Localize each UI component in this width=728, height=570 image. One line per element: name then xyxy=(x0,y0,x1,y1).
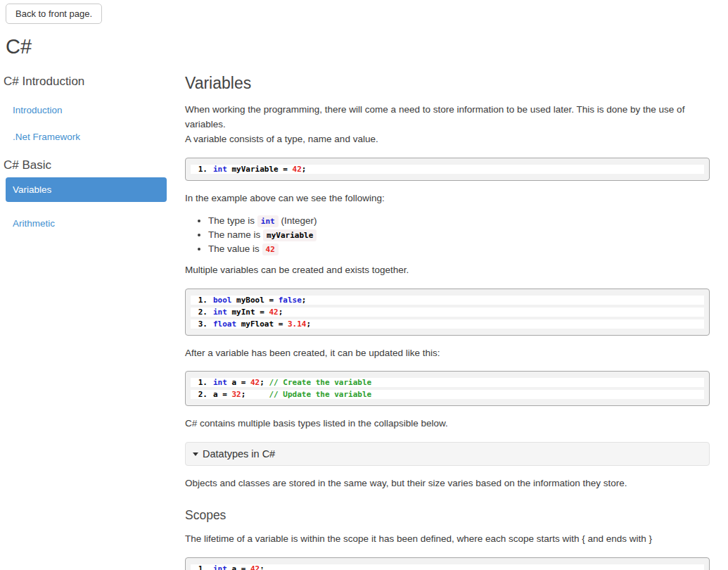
list-item: The type is int (Integer) xyxy=(208,215,710,226)
line-number: 2. xyxy=(191,390,207,399)
inline-code: 42 xyxy=(262,243,279,255)
list-item: The name is myVariable xyxy=(208,229,710,240)
line-number: 1. xyxy=(191,165,207,174)
inline-code: myVariable xyxy=(263,229,317,241)
sidebar-item-variables[interactable]: Variables xyxy=(6,177,167,202)
code-line: 1.bool myBool = false; xyxy=(191,296,704,305)
line-number: 1. xyxy=(191,296,207,305)
list-item-text: (Integer) xyxy=(279,215,317,226)
collapsible-label: Datatypes in C# xyxy=(203,448,275,460)
code-line-content: int a = 42; xyxy=(213,564,704,570)
scopes-paragraph: The lifetime of a variable is within the… xyxy=(185,532,710,547)
collapsible-intro-paragraph: C# contains multiple basis types listed … xyxy=(185,417,710,431)
code-line: 1.int a = 42; // Create the variable xyxy=(191,378,704,387)
list-item-text: The name is xyxy=(208,229,263,240)
topbar: Back to front page. xyxy=(0,0,728,24)
update-paragraph: After a variable has been created, it ca… xyxy=(185,346,710,361)
list-item-text: The value is xyxy=(208,243,262,254)
code-line-content: a = 32; // Update the variable xyxy=(213,390,704,399)
multiple-variables-paragraph: Multiple variables can be created and ex… xyxy=(185,263,710,278)
code-line: 1.int myVariable = 42; xyxy=(191,165,704,174)
sidebar-item-arithmetic[interactable]: Arithmetic xyxy=(13,218,167,229)
objects-paragraph: Objects and classes are stored in the sa… xyxy=(185,476,710,491)
code-line-content: int a = 42; // Create the variable xyxy=(213,378,704,387)
code-line: 2.int myInt = 42; xyxy=(191,308,704,317)
sidebar-heading-c-introduction: C# Introduction xyxy=(4,75,167,89)
intro-line-1: When working the programming, there will… xyxy=(185,104,684,129)
datatypes-collapsible[interactable]: Datatypes in C# xyxy=(185,442,710,466)
code-block-update: 1.int a = 42; // Create the variable2.a … xyxy=(185,371,710,406)
line-number: 1. xyxy=(191,564,207,570)
intro-paragraph: When working the programming, there will… xyxy=(185,103,710,147)
code-block-declaration: 1.int myVariable = 42; xyxy=(185,158,710,181)
code-line: 2.a = 32; // Update the variable xyxy=(191,390,704,399)
line-number: 1. xyxy=(191,378,207,387)
code-line-content: bool myBool = false; xyxy=(213,296,704,305)
sidebar-heading-c-basic: C# Basic xyxy=(4,158,167,172)
line-number: 3. xyxy=(191,319,207,329)
section-title-scopes: Scopes xyxy=(185,508,710,523)
code-line-content: float myFloat = 3.14; xyxy=(213,319,704,329)
inline-code: int xyxy=(257,215,279,227)
caret-down-icon xyxy=(193,452,198,456)
code-line: 1.int a = 42; xyxy=(191,564,704,570)
sidebar-item-net-framework[interactable]: .Net Framework xyxy=(13,132,167,142)
main-content: Variables When working the programming, … xyxy=(185,68,710,570)
code-line-content: int myVariable = 42; xyxy=(213,165,704,174)
sidebar: C# IntroductionIntroduction.Net Framewor… xyxy=(0,68,167,245)
code-line-content: int myInt = 42; xyxy=(213,308,704,317)
line-number: 2. xyxy=(191,308,207,317)
layout: C# IntroductionIntroduction.Net Framewor… xyxy=(0,68,728,570)
code-block-scopes: 1.int a = 42;2.{3. int b = 29; // New Va… xyxy=(185,557,710,570)
code-block-multiple: 1.bool myBool = false;2.int myInt = 42;3… xyxy=(185,289,710,336)
page-title: C# xyxy=(6,36,728,58)
code-line: 3.float myFloat = 3.14; xyxy=(191,319,704,329)
back-button[interactable]: Back to front page. xyxy=(6,4,102,24)
bullet-list: The type is int (Integer)The name is myV… xyxy=(185,215,710,254)
example-intro-paragraph: In the example above can we see the foll… xyxy=(185,191,710,206)
section-title-variables: Variables xyxy=(185,74,710,93)
sidebar-item-introduction[interactable]: Introduction xyxy=(13,105,167,115)
list-item-text: The type is xyxy=(208,215,257,226)
list-item: The value is 42 xyxy=(208,243,710,254)
intro-line-2: A variable consists of a type, name and … xyxy=(185,134,378,144)
